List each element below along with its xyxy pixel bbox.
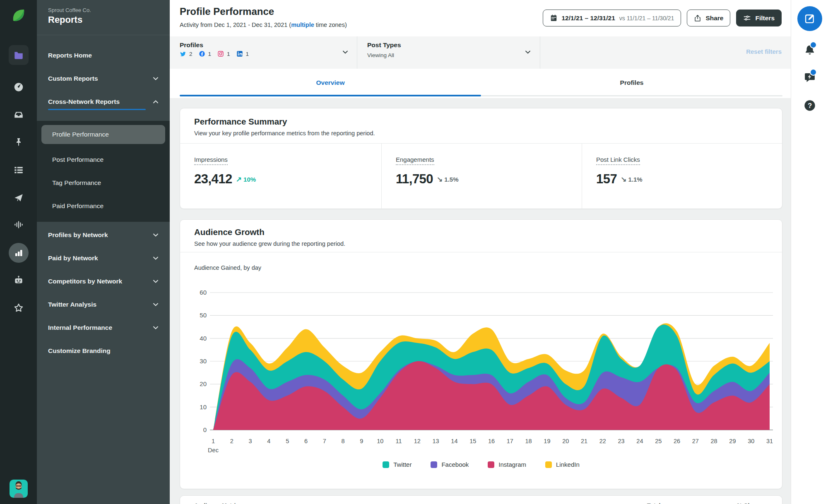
messages-badge (810, 69, 817, 76)
sidebar-item-cross-network-reports[interactable]: Cross-Network Reports (37, 90, 170, 113)
performance-summary-card: Performance Summary View your key profil… (180, 108, 782, 209)
sidebar-item-custom-reports[interactable]: Custom Reports (37, 67, 170, 90)
svg-text:15: 15 (469, 438, 476, 444)
audience-growth-title: Audience Growth (194, 227, 265, 237)
sidebar-subitem-profile-performance[interactable]: Profile Performance (41, 125, 165, 144)
metric-value: 23,412 (194, 172, 232, 187)
metric-label[interactable]: Impressions (194, 156, 228, 165)
reset-filters-link[interactable]: Reset filters (746, 48, 782, 55)
metric-change: 1.5% (444, 176, 458, 183)
bot-icon[interactable] (10, 271, 28, 289)
sidebar-item-customize-branding[interactable]: Customize Branding (37, 339, 170, 362)
svg-text:60: 60 (200, 289, 207, 296)
legend-item-twitter[interactable]: Twitter (383, 461, 412, 468)
facebook-icon (199, 50, 205, 57)
instagram-profile-count: 1 (227, 51, 230, 57)
svg-text:12: 12 (414, 438, 421, 444)
help-icon[interactable]: ? (802, 98, 818, 113)
svg-text:25: 25 (655, 438, 662, 444)
audience-growth-chart[interactable]: 0102030405060123456789101112131415161718… (180, 257, 783, 460)
legend-swatch (383, 461, 389, 468)
svg-text:9: 9 (360, 438, 363, 444)
svg-text:29: 29 (729, 438, 736, 444)
filters-button[interactable]: Filters (736, 10, 782, 26)
sidebar-item-label: Internal Performance (48, 324, 112, 331)
app-rail (0, 0, 37, 504)
feeds-icon[interactable] (10, 161, 28, 179)
svg-text:4: 4 (267, 438, 270, 444)
profiles-filter-label: Profiles (180, 41, 203, 49)
reports-sidebar: Sprout Coffee Co. Reports Reports HomeCu… (37, 0, 170, 504)
sidebar-item-twitter-analysis[interactable]: Twitter Analysis (37, 293, 170, 316)
sidebar-item-competitors-by-network[interactable]: Competitors by Network (37, 270, 170, 293)
svg-text:0: 0 (203, 426, 207, 433)
user-avatar[interactable] (10, 477, 28, 500)
date-compare-text: vs 11/1/21 – 11/30/21 (619, 15, 674, 22)
tab-profiles[interactable]: Profiles (481, 69, 782, 96)
metric-change: 10% (243, 176, 256, 183)
profiles-filter[interactable]: Profiles 2111 (170, 36, 357, 69)
folder-icon[interactable] (9, 45, 29, 65)
chart-legend: TwitterFacebookInstagramLinkedIn (180, 461, 782, 468)
page-title: Profile Performance (180, 6, 274, 17)
metric-change: 1.1% (628, 176, 642, 183)
post-types-filter[interactable]: Post Types Viewing All (357, 36, 539, 69)
paper-plane-icon[interactable] (10, 189, 28, 207)
totals-column-header: Totals (647, 502, 664, 504)
listening-icon[interactable] (10, 216, 28, 234)
sidebar-subitem-label: Paid Performance (52, 202, 104, 210)
metric-label[interactable]: Engagements (396, 156, 434, 165)
legend-label: Facebook (441, 461, 469, 468)
sprout-logo-icon[interactable] (10, 7, 28, 25)
date-range-button[interactable]: 12/1/21 – 12/31/21 vs 11/1/21 – 11/30/21 (543, 10, 681, 26)
messages-icon[interactable] (802, 70, 818, 85)
audience-growth-card: Audience Growth See how your audience gr… (180, 219, 782, 489)
chevron-up-icon (152, 98, 159, 105)
page-subtitle: Activity from Dec 1, 2021 - Dec 31, 2021… (180, 22, 347, 28)
svg-text:3: 3 (249, 438, 252, 444)
sidebar-subitem-paid-performance[interactable]: Paid Performance (37, 194, 170, 218)
share-icon (694, 14, 701, 22)
sidebar-subitem-tag-performance[interactable]: Tag Performance (37, 171, 170, 194)
reports-bars-icon[interactable] (9, 243, 29, 263)
sidebar-subitem-post-performance[interactable]: Post Performance (37, 148, 170, 171)
legend-item-linkedin[interactable]: LinkedIn (545, 461, 580, 468)
compose-button[interactable] (797, 6, 822, 31)
performance-summary-title: Performance Summary (194, 117, 287, 127)
legend-item-facebook[interactable]: Facebook (431, 461, 469, 468)
gauge-icon[interactable] (10, 78, 28, 96)
legend-item-instagram[interactable]: Instagram (488, 461, 526, 468)
star-icon[interactable] (10, 299, 28, 317)
twitter-icon (180, 50, 186, 57)
pin-icon[interactable] (10, 133, 28, 151)
subtitle-text: Activity from Dec 1, 2021 - Dec 31, 2021… (180, 22, 291, 28)
svg-text:19: 19 (544, 438, 550, 444)
account-name: Sprout Coffee Co. (48, 7, 91, 13)
audience-metrics-title: Audience Metrics (194, 502, 242, 504)
svg-text:10: 10 (200, 403, 207, 410)
linkedin-profile-count: 1 (246, 51, 249, 57)
share-button[interactable]: Share (687, 10, 730, 26)
sidebar-item-profiles-by-network[interactable]: Profiles by Network (37, 223, 170, 247)
sidebar-subitem-label: Post Performance (52, 156, 104, 163)
sidebar-item-label: Reports Home (48, 52, 92, 59)
subtitle-text-end: time zones) (314, 22, 347, 28)
sidebar-item-label: Competitors by Network (48, 278, 122, 285)
metric-impressions: Impressions 23,412 ↗10% (180, 144, 381, 209)
sidebar-item-paid-by-network[interactable]: Paid by Network (37, 247, 170, 270)
twitter-profile-count: 2 (189, 51, 193, 57)
metric-label[interactable]: Post Link Clicks (596, 156, 640, 165)
post-types-filter-label: Post Types (367, 41, 401, 49)
svg-text:13: 13 (433, 438, 439, 444)
audience-growth-subtitle: See how your audience grew during the re… (194, 240, 345, 247)
calendar-icon (550, 14, 558, 22)
svg-text:6: 6 (304, 438, 308, 444)
svg-text:26: 26 (674, 438, 680, 444)
multiple-timezones-link[interactable]: multiple (291, 22, 314, 28)
tab-overview[interactable]: Overview (180, 69, 481, 96)
sidebar-item-reports-home[interactable]: Reports Home (37, 44, 170, 67)
notifications-bell-icon[interactable] (802, 42, 818, 58)
chevron-down-icon (152, 232, 159, 238)
inbox-icon[interactable] (10, 106, 28, 124)
sidebar-item-internal-performance[interactable]: Internal Performance (37, 316, 170, 339)
